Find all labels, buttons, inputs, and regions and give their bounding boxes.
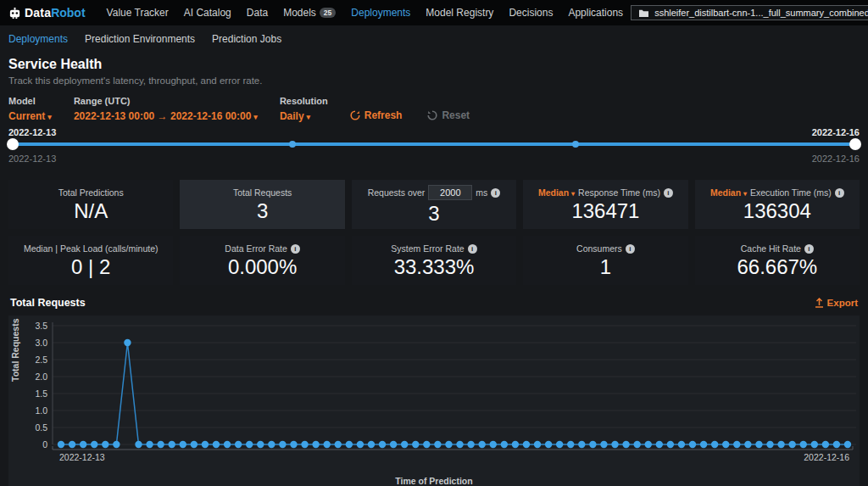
execution-time-stat-dropdown[interactable]: Median ▾ <box>710 187 747 198</box>
info-icon[interactable]: i <box>664 188 673 198</box>
reset-icon <box>427 110 437 120</box>
svg-text:2.5: 2.5 <box>35 355 47 365</box>
file-selector-text: sshleifer_distilbart-cnn-1..._full_summa… <box>654 8 868 18</box>
models-count-badge: 25 <box>320 8 336 18</box>
model-control: Model Current▾ <box>8 96 52 122</box>
robot-icon <box>8 7 21 20</box>
tile-cache-hit-rate[interactable]: Cache Hit Ratei 66.667% <box>695 236 860 285</box>
reset-button[interactable]: Reset <box>427 109 470 121</box>
chart-y-axis-label: Total Requests <box>10 319 20 382</box>
control-buttons: Refresh Reset <box>350 96 470 122</box>
deployment-file-selector[interactable]: sshleifer_distilbart-cnn-1..._full_summa… <box>631 5 868 20</box>
topnav-right: sshleifer_distilbart-cnn-1..._full_summa… <box>631 4 868 21</box>
requests-over-threshold-value: 3 <box>428 204 439 224</box>
tile-data-error-rate[interactable]: Data Error Ratei 0.000% <box>180 236 344 285</box>
tile-execution-time[interactable]: Median ▾ Execution Time (ms) i 136304 <box>695 180 860 229</box>
svg-text:2022-12-16: 2022-12-16 <box>804 452 849 462</box>
tile-median-peak-load[interactable]: Median | Peak Load (calls/minute) 0 | 2 <box>8 236 173 285</box>
model-label: Model <box>8 96 52 106</box>
page-header: Service Health Track this deployment's l… <box>0 50 868 86</box>
logo-text-robot: Robot <box>51 6 85 20</box>
chevron-down-icon: ▾ <box>743 190 747 198</box>
date-range-slider: 2022-12-13 2022-12-16 2022-12-13 2022-12… <box>8 127 860 166</box>
response-time-stat-dropdown[interactable]: Median ▾ <box>538 187 575 198</box>
total-requests-value: 3 <box>257 201 268 221</box>
refresh-button[interactable]: Refresh <box>350 109 403 121</box>
info-icon[interactable]: i <box>804 244 814 254</box>
export-icon <box>815 298 824 308</box>
svg-text:1.5: 1.5 <box>35 388 47 399</box>
system-error-rate-value: 33.333% <box>394 257 475 277</box>
svg-text:0.5: 0.5 <box>35 422 47 433</box>
tile-total-predictions[interactable]: Total Predictions N/A <box>8 180 173 229</box>
page-subtitle: Track this deployment's latency, through… <box>8 75 860 86</box>
slider-handle-start[interactable] <box>7 138 19 150</box>
sub-nav: Deployments Prediction Environments Pred… <box>0 25 868 50</box>
chevron-down-icon: ▾ <box>571 190 575 198</box>
cache-hit-rate-value: 66.667% <box>737 257 817 277</box>
slider-end-date: 2022-12-16 <box>812 127 860 137</box>
tile-system-error-rate[interactable]: System Error Ratei 33.333% <box>352 236 516 285</box>
nav-item-data[interactable]: Data <box>247 7 268 19</box>
slider-end-date-sub: 2022-12-16 <box>812 154 860 164</box>
range-dropdown[interactable]: 2022-12-13 00:00 → 2022-12-16 00:00▾ <box>74 110 258 122</box>
median-peak-load-value: 0 | 2 <box>71 257 110 277</box>
info-icon[interactable]: i <box>491 188 500 198</box>
svg-text:3.5: 3.5 <box>35 321 47 331</box>
tile-requests-over-threshold[interactable]: Requests over ms i 3 <box>352 180 516 229</box>
refresh-icon <box>350 110 360 120</box>
slider-day-mark <box>572 141 579 148</box>
chevron-down-icon: ▾ <box>47 113 52 121</box>
info-icon[interactable]: i <box>468 244 477 254</box>
nav-item-deployments[interactable]: Deployments <box>351 7 410 19</box>
svg-text:0: 0 <box>42 439 47 450</box>
slider-day-mark <box>289 141 296 148</box>
range-control: Range (UTC) 2022-12-13 00:00 → 2022-12-1… <box>74 96 258 122</box>
tile-response-time[interactable]: Median ▾ Response Time (ms) i 136471 <box>523 180 687 229</box>
nav-item-ai-catalog[interactable]: AI Catalog <box>184 7 231 19</box>
svg-text:1.0: 1.0 <box>35 405 47 416</box>
threshold-ms-input[interactable] <box>428 185 472 200</box>
nav-item-model-registry[interactable]: Model Registry <box>426 7 493 19</box>
slider-handle-end[interactable] <box>849 138 861 150</box>
subnav-item-deployments[interactable]: Deployments <box>8 33 68 45</box>
response-time-value: 136471 <box>571 201 639 221</box>
nav-item-value-tracker[interactable]: Value Tracker <box>107 7 169 19</box>
nav-item-applications[interactable]: Applications <box>568 7 623 19</box>
nav-item-models[interactable]: Models 25 <box>283 7 336 19</box>
export-button[interactable]: Export <box>815 298 858 308</box>
chart-section-header: Total Requests Export <box>10 297 858 309</box>
logo-text-data: Data <box>25 6 51 20</box>
model-dropdown[interactable]: Current▾ <box>8 110 52 122</box>
info-icon[interactable]: i <box>626 244 635 254</box>
chevron-down-icon: ▾ <box>307 113 311 121</box>
chart-section-title: Total Requests <box>10 297 86 309</box>
consumers-value: 1 <box>600 257 611 277</box>
top-nav: DataRobot Value Tracker AI Catalog Data … <box>0 0 868 25</box>
svg-text:2022-12-13: 2022-12-13 <box>59 452 105 462</box>
metric-tiles-row-1: Total Predictions N/A Total Requests 3 R… <box>8 180 860 229</box>
nav-item-decisions[interactable]: Decisions <box>509 7 553 19</box>
subnav-item-prediction-jobs[interactable]: Prediction Jobs <box>212 33 281 45</box>
resolution-control: Resolution Daily▾ <box>280 96 328 122</box>
execution-time-value: 136304 <box>743 201 811 221</box>
subnav-item-prediction-environments[interactable]: Prediction Environments <box>85 33 195 45</box>
chart-x-axis-label: Time of Prediction <box>8 476 860 486</box>
chart-plot-area: 00.51.01.52.02.53.03.52022-12-132022-12-… <box>8 316 860 466</box>
svg-text:2.0: 2.0 <box>35 371 47 382</box>
slider-track[interactable] <box>8 142 860 146</box>
total-predictions-value: N/A <box>74 201 108 221</box>
datarobot-logo[interactable]: DataRobot <box>8 6 86 20</box>
data-error-rate-value: 0.000% <box>228 257 297 277</box>
page-title: Service Health <box>8 57 860 72</box>
info-icon[interactable]: i <box>291 244 300 254</box>
resolution-dropdown[interactable]: Daily▾ <box>280 110 328 122</box>
slider-start-date: 2022-12-13 <box>8 127 56 137</box>
chevron-down-icon: ▾ <box>253 113 258 121</box>
svg-text:3.0: 3.0 <box>35 338 47 348</box>
info-icon[interactable]: i <box>835 188 844 198</box>
controls-bar: Model Current▾ Range (UTC) 2022-12-13 00… <box>0 86 868 122</box>
tile-consumers[interactable]: Consumersi 1 <box>523 236 687 285</box>
resolution-label: Resolution <box>280 96 328 106</box>
tile-total-requests[interactable]: Total Requests 3 <box>180 180 344 229</box>
